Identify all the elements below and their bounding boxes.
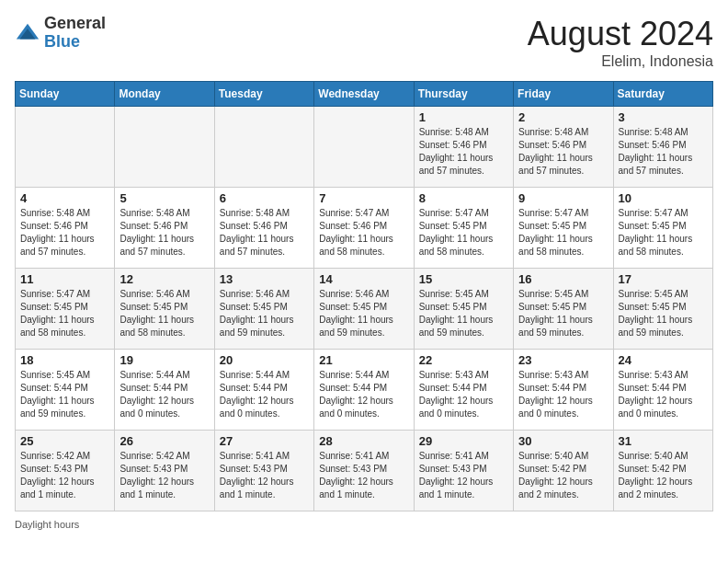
day-info: Sunrise: 5:40 AM Sunset: 5:42 PM Dayligh… (518, 450, 608, 501)
day-info: Sunrise: 5:41 AM Sunset: 5:43 PM Dayligh… (319, 450, 408, 501)
logo-blue-text: Blue (44, 33, 106, 52)
calendar-cell: 19Sunrise: 5:44 AM Sunset: 5:44 PM Dayli… (115, 350, 214, 431)
day-of-week-header: Saturday (613, 82, 712, 107)
calendar-cell: 3Sunrise: 5:48 AM Sunset: 5:46 PM Daylig… (613, 107, 712, 188)
day-number: 1 (419, 110, 508, 124)
calendar-cell: 6Sunrise: 5:48 AM Sunset: 5:46 PM Daylig… (214, 188, 313, 269)
day-info: Sunrise: 5:41 AM Sunset: 5:43 PM Dayligh… (220, 450, 309, 501)
day-of-week-header: Wednesday (314, 82, 414, 107)
calendar-week-row: 1Sunrise: 5:48 AM Sunset: 5:46 PM Daylig… (16, 107, 713, 188)
day-number: 16 (518, 272, 608, 286)
day-number: 15 (419, 272, 508, 286)
logo-general-text: General (44, 15, 106, 33)
day-number: 3 (619, 110, 708, 124)
calendar-cell (115, 107, 214, 188)
calendar-cell: 11Sunrise: 5:47 AM Sunset: 5:45 PM Dayli… (16, 269, 115, 350)
calendar-cell: 4Sunrise: 5:48 AM Sunset: 5:46 PM Daylig… (16, 188, 115, 269)
calendar-cell: 29Sunrise: 5:41 AM Sunset: 5:43 PM Dayli… (414, 431, 513, 511)
day-info: Sunrise: 5:47 AM Sunset: 5:45 PM Dayligh… (518, 207, 608, 259)
day-number: 8 (419, 191, 508, 205)
day-of-week-header: Monday (115, 82, 214, 107)
day-info: Sunrise: 5:42 AM Sunset: 5:43 PM Dayligh… (20, 450, 109, 501)
day-number: 29 (419, 434, 508, 448)
day-number: 28 (319, 434, 408, 448)
day-number: 10 (619, 191, 708, 205)
calendar-cell: 27Sunrise: 5:41 AM Sunset: 5:43 PM Dayli… (214, 431, 313, 511)
day-number: 27 (220, 434, 309, 448)
location-subtitle: Elelim, Indonesia (528, 53, 713, 70)
day-info: Sunrise: 5:45 AM Sunset: 5:45 PM Dayligh… (419, 288, 508, 339)
calendar-cell: 28Sunrise: 5:41 AM Sunset: 5:43 PM Dayli… (314, 431, 414, 511)
calendar-cell: 12Sunrise: 5:46 AM Sunset: 5:45 PM Dayli… (115, 269, 214, 350)
day-number: 19 (119, 353, 209, 367)
day-info: Sunrise: 5:48 AM Sunset: 5:46 PM Dayligh… (220, 207, 309, 259)
day-number: 7 (319, 191, 408, 205)
day-info: Sunrise: 5:48 AM Sunset: 5:46 PM Dayligh… (619, 126, 708, 178)
calendar-cell: 15Sunrise: 5:45 AM Sunset: 5:45 PM Dayli… (414, 269, 513, 350)
calendar-header: SundayMondayTuesdayWednesdayThursdayFrid… (16, 82, 713, 107)
daylight-label: Daylight hours (15, 519, 79, 530)
calendar-cell: 22Sunrise: 5:43 AM Sunset: 5:44 PM Dayli… (414, 350, 513, 431)
day-number: 24 (619, 353, 708, 367)
calendar-cell: 10Sunrise: 5:47 AM Sunset: 5:45 PM Dayli… (613, 188, 712, 269)
day-info: Sunrise: 5:42 AM Sunset: 5:43 PM Dayligh… (119, 450, 209, 501)
calendar-body: 1Sunrise: 5:48 AM Sunset: 5:46 PM Daylig… (16, 107, 713, 511)
day-info: Sunrise: 5:48 AM Sunset: 5:46 PM Dayligh… (20, 207, 109, 259)
calendar-cell: 2Sunrise: 5:48 AM Sunset: 5:46 PM Daylig… (514, 107, 613, 188)
calendar-cell: 21Sunrise: 5:44 AM Sunset: 5:44 PM Dayli… (314, 350, 414, 431)
day-info: Sunrise: 5:47 AM Sunset: 5:45 PM Dayligh… (419, 207, 508, 259)
day-number: 4 (20, 191, 109, 205)
day-number: 22 (419, 353, 508, 367)
day-number: 9 (518, 191, 608, 205)
calendar-cell: 9Sunrise: 5:47 AM Sunset: 5:45 PM Daylig… (514, 188, 613, 269)
day-info: Sunrise: 5:48 AM Sunset: 5:46 PM Dayligh… (518, 126, 608, 178)
calendar-cell: 17Sunrise: 5:45 AM Sunset: 5:45 PM Dayli… (613, 269, 712, 350)
day-number: 18 (20, 353, 109, 367)
day-number: 14 (319, 272, 408, 286)
day-number: 6 (220, 191, 309, 205)
day-number: 23 (518, 353, 608, 367)
day-number: 2 (518, 110, 608, 124)
day-info: Sunrise: 5:46 AM Sunset: 5:45 PM Dayligh… (220, 288, 309, 339)
day-of-week-header: Friday (514, 82, 613, 107)
day-info: Sunrise: 5:46 AM Sunset: 5:45 PM Dayligh… (119, 288, 209, 339)
calendar-cell: 14Sunrise: 5:46 AM Sunset: 5:45 PM Dayli… (314, 269, 414, 350)
day-info: Sunrise: 5:43 AM Sunset: 5:44 PM Dayligh… (419, 369, 508, 420)
day-info: Sunrise: 5:45 AM Sunset: 5:44 PM Dayligh… (20, 369, 109, 420)
calendar-cell: 24Sunrise: 5:43 AM Sunset: 5:44 PM Dayli… (613, 350, 712, 431)
day-info: Sunrise: 5:48 AM Sunset: 5:46 PM Dayligh… (119, 207, 209, 259)
day-number: 25 (20, 434, 109, 448)
day-number: 17 (619, 272, 708, 286)
day-info: Sunrise: 5:44 AM Sunset: 5:44 PM Dayligh… (220, 369, 309, 420)
calendar-table: SundayMondayTuesdayWednesdayThursdayFrid… (15, 81, 713, 511)
calendar-footer: Daylight hours (15, 519, 713, 530)
calendar-week-row: 4Sunrise: 5:48 AM Sunset: 5:46 PM Daylig… (16, 188, 713, 269)
calendar-cell: 25Sunrise: 5:42 AM Sunset: 5:43 PM Dayli… (16, 431, 115, 511)
calendar-cell: 20Sunrise: 5:44 AM Sunset: 5:44 PM Dayli… (214, 350, 313, 431)
calendar-cell: 5Sunrise: 5:48 AM Sunset: 5:46 PM Daylig… (115, 188, 214, 269)
day-info: Sunrise: 5:43 AM Sunset: 5:44 PM Dayligh… (518, 369, 608, 420)
calendar-cell: 30Sunrise: 5:40 AM Sunset: 5:42 PM Dayli… (514, 431, 613, 511)
day-number: 11 (20, 272, 109, 286)
logo-text: General Blue (44, 15, 106, 52)
day-info: Sunrise: 5:44 AM Sunset: 5:44 PM Dayligh… (119, 369, 209, 420)
calendar-cell: 7Sunrise: 5:47 AM Sunset: 5:46 PM Daylig… (314, 188, 414, 269)
calendar-cell: 31Sunrise: 5:40 AM Sunset: 5:42 PM Dayli… (613, 431, 712, 511)
logo-icon (15, 20, 40, 46)
day-of-week-header: Tuesday (214, 82, 313, 107)
title-block: August 2024 Elelim, Indonesia (528, 15, 713, 70)
calendar-cell: 16Sunrise: 5:45 AM Sunset: 5:45 PM Dayli… (514, 269, 613, 350)
calendar-cell: 1Sunrise: 5:48 AM Sunset: 5:46 PM Daylig… (414, 107, 513, 188)
day-info: Sunrise: 5:47 AM Sunset: 5:45 PM Dayligh… (20, 288, 109, 339)
day-info: Sunrise: 5:45 AM Sunset: 5:45 PM Dayligh… (619, 288, 708, 339)
day-info: Sunrise: 5:45 AM Sunset: 5:45 PM Dayligh… (518, 288, 608, 339)
day-info: Sunrise: 5:41 AM Sunset: 5:43 PM Dayligh… (419, 450, 508, 501)
day-number: 31 (619, 434, 708, 448)
day-number: 26 (119, 434, 209, 448)
calendar-cell: 13Sunrise: 5:46 AM Sunset: 5:45 PM Dayli… (214, 269, 313, 350)
day-number: 30 (518, 434, 608, 448)
calendar-week-row: 25Sunrise: 5:42 AM Sunset: 5:43 PM Dayli… (16, 431, 713, 511)
day-of-week-header: Sunday (16, 82, 115, 107)
day-info: Sunrise: 5:46 AM Sunset: 5:45 PM Dayligh… (319, 288, 408, 339)
day-info: Sunrise: 5:47 AM Sunset: 5:45 PM Dayligh… (619, 207, 708, 259)
